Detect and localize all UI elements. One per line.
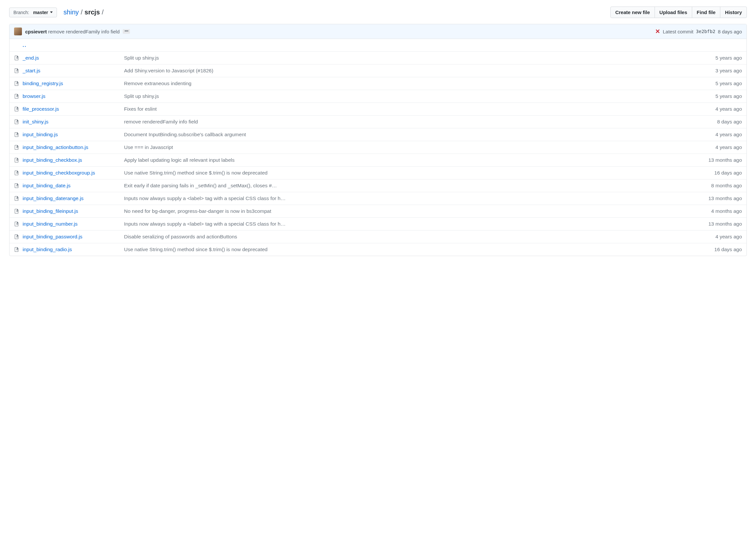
status-failed-icon[interactable]: ✕	[655, 28, 660, 35]
commit-bar-left: cpsievert remove renderedFamily info fie…	[14, 27, 130, 35]
file-commit-message[interactable]: Exit early if date parsing fails in _set…	[124, 183, 696, 188]
file-commit-message[interactable]: Use native String.trim() method since $.…	[124, 170, 696, 176]
file-link[interactable]: binding_registry.js	[22, 81, 63, 86]
file-link[interactable]: input_binding_checkbox.js	[22, 157, 82, 163]
parent-directory-link[interactable]: ..	[22, 42, 27, 48]
file-row: browser.jsSplit up shiny.js5 years ago	[10, 90, 746, 103]
avatar[interactable]	[14, 27, 22, 35]
file-age: 5 years ago	[696, 81, 742, 86]
breadcrumb-root-link[interactable]: shiny	[63, 9, 79, 16]
file-icon	[14, 119, 22, 124]
commit-sha[interactable]: 3e2bfb2	[696, 29, 715, 34]
file-link[interactable]: input_binding.js	[22, 132, 58, 137]
file-commit-message[interactable]: Disable seralizing of passwords and acti…	[124, 234, 696, 240]
file-icon	[14, 209, 22, 214]
file-age: 13 months ago	[696, 157, 742, 163]
file-link[interactable]: input_binding_radio.js	[22, 247, 72, 252]
file-link[interactable]: file_processor.js	[22, 106, 59, 112]
file-commit-message[interactable]: Fixes for eslint	[124, 106, 696, 112]
parent-directory-row[interactable]: ..	[10, 39, 746, 52]
repo-file-browser: Branch: master shiny / srcjs / Create ne…	[0, 0, 756, 256]
breadcrumb-separator: /	[81, 9, 83, 16]
file-commit-message[interactable]: Document InputBinding.subscribe's callba…	[124, 132, 696, 138]
find-file-button[interactable]: Find file	[692, 7, 721, 18]
file-age: 4 years ago	[696, 132, 742, 138]
file-row: input_binding_password.jsDisable seraliz…	[10, 230, 746, 243]
file-icon	[14, 68, 22, 73]
file-age: 3 years ago	[696, 68, 742, 74]
file-icon	[14, 81, 22, 86]
file-commit-message[interactable]: No need for bg-danger, progress-bar-dang…	[124, 208, 696, 214]
file-link[interactable]: input_binding_date.js	[22, 183, 71, 188]
file-link[interactable]: input_binding_password.js	[22, 234, 83, 239]
create-new-file-button[interactable]: Create new file	[610, 7, 655, 18]
file-age: 8 months ago	[696, 183, 742, 188]
expand-commit-button[interactable]: •••	[123, 29, 130, 34]
file-link[interactable]: init_shiny.js	[22, 119, 49, 124]
file-age: 4 years ago	[696, 234, 742, 240]
breadcrumb-current: srcjs	[85, 9, 100, 16]
file-commit-message[interactable]: Use native String.trim() method since $.…	[124, 247, 696, 252]
history-button[interactable]: History	[720, 7, 747, 18]
breadcrumb: shiny / srcjs /	[63, 9, 104, 16]
file-link[interactable]: browser.js	[22, 93, 46, 99]
file-age: 16 days ago	[696, 170, 742, 176]
file-icon	[14, 132, 22, 137]
file-commit-message[interactable]: Inputs now always supply a <label> tag w…	[124, 221, 696, 227]
file-row: file_processor.jsFixes for eslint4 years…	[10, 103, 746, 116]
commit-message[interactable]: remove renderedFamily info field	[48, 29, 120, 34]
file-link[interactable]: input_binding_checkboxgroup.js	[22, 170, 95, 176]
file-age: 5 years ago	[696, 55, 742, 61]
file-commit-message[interactable]: remove renderedFamily info field	[124, 119, 696, 125]
file-link[interactable]: input_binding_fileinput.js	[22, 208, 78, 214]
file-row: input_binding_checkbox.jsApply label upd…	[10, 154, 746, 167]
file-icon	[14, 170, 22, 176]
file-row: init_shiny.jsremove renderedFamily info …	[10, 116, 746, 128]
topbar-left: Branch: master shiny / srcjs /	[9, 8, 104, 17]
file-row: input_binding_actionbutton.jsUse === in …	[10, 141, 746, 154]
file-age: 8 days ago	[696, 119, 742, 125]
file-link[interactable]: input_binding_daterange.js	[22, 195, 84, 201]
branch-label: Branch:	[14, 10, 29, 15]
file-icon	[14, 196, 22, 201]
file-icon	[14, 55, 22, 61]
file-row: input_binding_checkboxgroup.jsUse native…	[10, 167, 746, 180]
commit-author[interactable]: cpsievert	[25, 29, 47, 34]
file-icon	[14, 247, 22, 252]
file-commit-message[interactable]: Inputs now always supply a <label> tag w…	[124, 195, 696, 201]
file-row: input_binding_number.jsInputs now always…	[10, 218, 746, 230]
file-link[interactable]: _end.js	[22, 55, 39, 61]
topbar: Branch: master shiny / srcjs / Create ne…	[9, 7, 747, 18]
file-commit-message[interactable]: Use === in Javascript	[124, 145, 696, 150]
file-icon	[14, 157, 22, 163]
file-age: 4 months ago	[696, 208, 742, 214]
file-row: input_binding_date.jsExit early if date …	[10, 180, 746, 192]
file-commit-message[interactable]: Add Shiny.version to Javascript (#1826)	[124, 68, 696, 74]
file-link[interactable]: _start.js	[22, 68, 40, 73]
file-icon	[14, 221, 22, 227]
caret-down-icon	[50, 12, 53, 13]
branch-name: master	[33, 10, 48, 15]
file-age: 13 months ago	[696, 195, 742, 201]
file-row: binding_registry.jsRemove extraneous ind…	[10, 77, 746, 90]
file-commit-message[interactable]: Split up shiny.js	[124, 55, 696, 61]
file-age: 4 years ago	[696, 106, 742, 112]
branch-select-button[interactable]: Branch: master	[9, 8, 57, 17]
file-link[interactable]: input_binding_number.js	[22, 221, 78, 227]
file-age: 4 years ago	[696, 145, 742, 150]
latest-commit-bar: cpsievert remove renderedFamily info fie…	[10, 24, 746, 39]
file-icon	[14, 94, 22, 99]
file-row: input_binding_daterange.jsInputs now alw…	[10, 192, 746, 205]
file-link[interactable]: input_binding_actionbutton.js	[22, 145, 88, 150]
file-row: input_binding_fileinput.jsNo need for bg…	[10, 205, 746, 218]
file-commit-message[interactable]: Apply label updating logic all relevant …	[124, 157, 696, 163]
latest-commit-label: Latest commit	[663, 29, 693, 34]
file-commit-message[interactable]: Split up shiny.js	[124, 93, 696, 99]
upload-files-button[interactable]: Upload files	[655, 7, 692, 18]
file-row: input_binding.jsDocument InputBinding.su…	[10, 128, 746, 141]
commit-bar-right: ✕ Latest commit 3e2bfb2 8 days ago	[655, 28, 742, 35]
breadcrumb-trailing-sep: /	[102, 9, 104, 16]
file-commit-message[interactable]: Remove extraneous indenting	[124, 81, 696, 86]
file-icon	[14, 145, 22, 150]
file-icon	[14, 234, 22, 239]
